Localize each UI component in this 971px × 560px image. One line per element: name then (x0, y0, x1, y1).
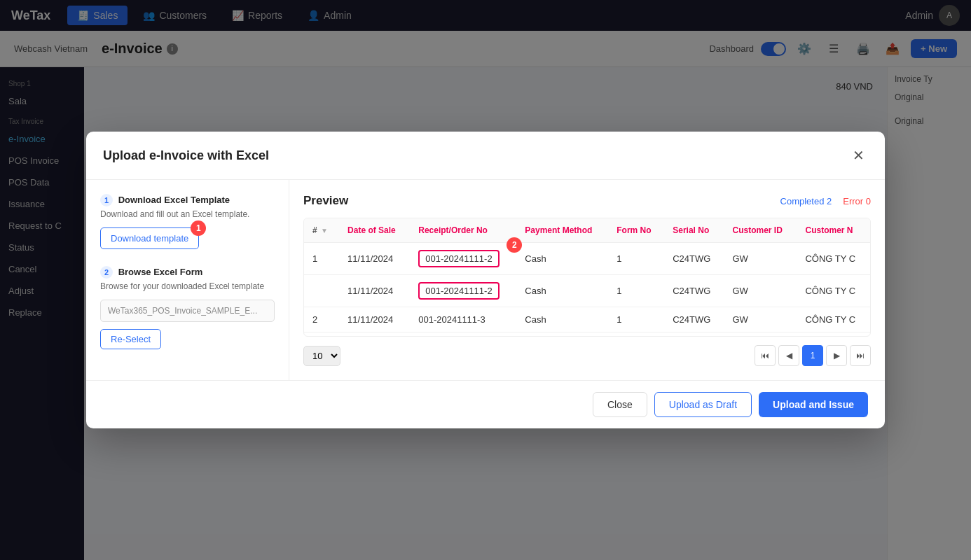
page-buttons: ⏮ ◀ 1 ▶ ⏭ (755, 345, 871, 366)
modal-left-panel: 1 Download Excel Template Download and f… (86, 180, 289, 380)
receipt-box-highlighted-2: 001-20241111-2 (418, 282, 499, 300)
cell-receipt: 001-20241111-3 (410, 307, 516, 332)
cell-serial: C24TWG (664, 275, 724, 307)
modal-header: Upload e-Invoice with Excel ✕ (86, 132, 885, 180)
cell-date: 11/11/2024 (339, 275, 410, 307)
page-current[interactable]: 1 (802, 345, 823, 366)
step-2-desc: Browse for your downloaded Excel templat… (100, 281, 275, 291)
cell-num: 1 (304, 243, 339, 275)
completed-stat: Completed 2 (780, 196, 832, 206)
modal-title: Upload e-Invoice with Excel (103, 148, 269, 163)
cell-num: 2 (304, 307, 339, 332)
upload-draft-button[interactable]: Upload as Draft (654, 392, 752, 417)
step-1-desc: Download and fill out an Excel template. (100, 209, 275, 219)
cell-cust-n: CÔNG TY C (797, 307, 870, 332)
cell-payment: Cash (516, 275, 608, 307)
table-row: 11/11/2024 001-20241111-2 Cash 1 C24TWG … (304, 275, 870, 307)
step-1-badge: 1 (100, 194, 113, 206)
col-serial-no[interactable]: Serial No (664, 218, 724, 243)
cell-cust-n: CÔNG TY C (797, 275, 870, 307)
error-stat: Error 0 (843, 196, 871, 206)
pagination: 10 20 50 ⏮ ◀ 1 ▶ ⏭ (303, 345, 871, 366)
preview-header: Preview Completed 2 Error 0 (303, 194, 871, 208)
cell-receipt: 001-20241111-2 (410, 275, 516, 307)
cell-date: 11/11/2024 (339, 243, 410, 275)
col-num[interactable]: # ▼ (304, 218, 339, 243)
table-body: 1 11/11/2024 001-20241111-2 2 Cash 1 C24… (304, 243, 870, 332)
col-form-no[interactable]: Form No (608, 218, 664, 243)
cell-cust-id: GW (724, 307, 797, 332)
cell-receipt: 001-20241111-2 2 (410, 243, 516, 275)
col-payment[interactable]: Payment Method (516, 218, 608, 243)
download-template-button[interactable]: Download template (100, 227, 199, 249)
modal-overlay: Upload e-Invoice with Excel ✕ 1 Download… (0, 0, 971, 560)
cell-form-no: 1 (608, 307, 664, 332)
page-first-button[interactable]: ⏮ (755, 345, 776, 366)
preview-table: # ▼ Date of Sale Receipt/Order No Paymen… (304, 218, 870, 332)
re-select-button[interactable]: Re-Select (100, 329, 161, 349)
receipt-box-highlighted: 001-20241111-2 (418, 250, 499, 267)
table-row: 1 11/11/2024 001-20241111-2 2 Cash 1 C24… (304, 243, 870, 275)
step-2: 2 Browse Excel Form Browse for your down… (100, 266, 275, 349)
page-size-select[interactable]: 10 20 50 (303, 346, 340, 366)
cell-form-no: 1 (608, 275, 664, 307)
file-input-display: WeTax365_POS_Invoice_SAMPLE_E... (100, 300, 275, 322)
modal-right-panel: Preview Completed 2 Error 0 (289, 180, 885, 380)
step-1: 1 Download Excel Template Download and f… (100, 194, 275, 249)
preview-title: Preview (303, 194, 348, 208)
step-1-badge-circle: 1 (191, 220, 206, 236)
page-last-button[interactable]: ⏭ (850, 345, 871, 366)
upload-modal: Upload e-Invoice with Excel ✕ 1 Download… (86, 132, 885, 428)
table-row: 2 11/11/2024 001-20241111-3 Cash 1 C24TW… (304, 307, 870, 332)
col-date[interactable]: Date of Sale (339, 218, 410, 243)
col-customer-id[interactable]: Customer ID (724, 218, 797, 243)
preview-stats: Completed 2 Error 0 (780, 196, 871, 206)
cell-date: 11/11/2024 (339, 307, 410, 332)
step-2-badge: 2 (100, 266, 113, 279)
preview-table-wrapper: # ▼ Date of Sale Receipt/Order No Paymen… (303, 218, 871, 337)
cell-num (304, 275, 339, 307)
col-customer-n[interactable]: Customer N (797, 218, 870, 243)
step-1-title: 1 Download Excel Template (100, 194, 275, 206)
cell-cust-id: GW (724, 275, 797, 307)
step-2-title: 2 Browse Excel Form (100, 266, 275, 279)
table-header: # ▼ Date of Sale Receipt/Order No Paymen… (304, 218, 870, 243)
page-prev-button[interactable]: ◀ (778, 345, 799, 366)
cell-cust-id: GW (724, 243, 797, 275)
page-next-button[interactable]: ▶ (826, 345, 847, 366)
cell-payment: Cash (516, 243, 608, 275)
download-btn-wrapper: Download template 1 (100, 227, 199, 249)
modal-body: 1 Download Excel Template Download and f… (86, 180, 885, 380)
modal-close-button[interactable]: ✕ (848, 146, 868, 165)
cell-form-no: 1 (608, 243, 664, 275)
col-receipt[interactable]: Receipt/Order No (410, 218, 516, 243)
modal-footer: Close Upload as Draft Upload and Issue (86, 380, 885, 428)
cell-serial: C24TWG (664, 243, 724, 275)
cell-cust-n: CÔNG TY C (797, 243, 870, 275)
cell-serial: C24TWG (664, 307, 724, 332)
upload-issue-button[interactable]: Upload and Issue (759, 392, 868, 417)
close-button[interactable]: Close (593, 392, 647, 417)
cell-payment: Cash (516, 307, 608, 332)
